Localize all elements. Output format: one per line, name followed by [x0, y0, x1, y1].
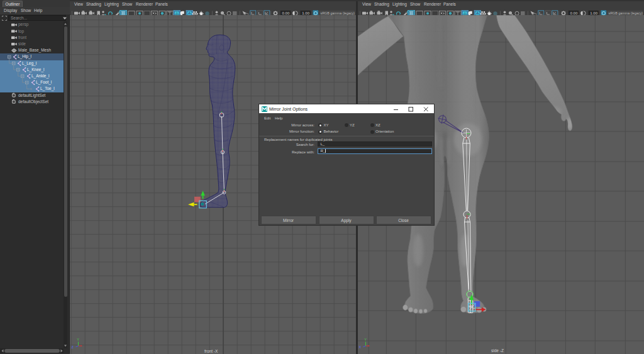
svg-text:Z: Z [72, 345, 74, 349]
svg-text:X: X [359, 345, 362, 349]
svg-text:Y: Y [364, 338, 367, 341]
svg-text:Y: Y [77, 338, 79, 341]
